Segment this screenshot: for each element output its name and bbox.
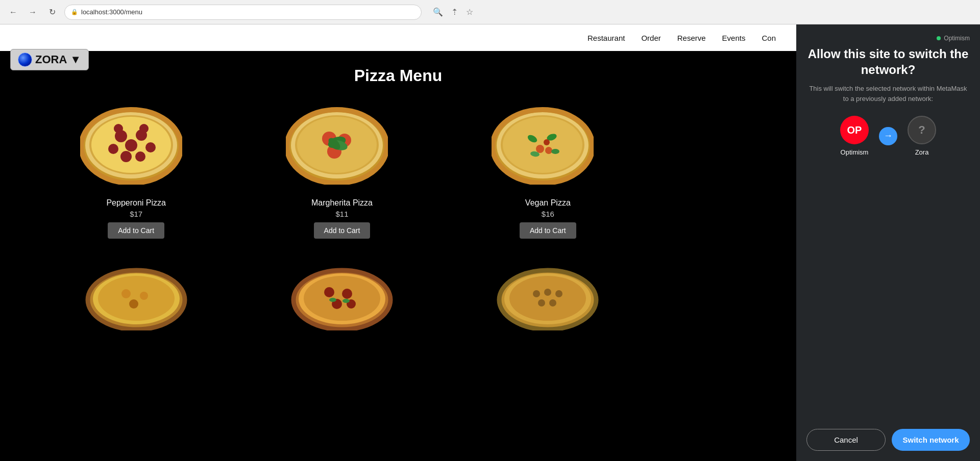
logo-sphere-icon [18, 53, 32, 67]
mm-status-label: Optimism [944, 35, 970, 42]
svg-point-39 [98, 276, 175, 321]
svg-point-52 [342, 299, 350, 303]
pizza-image-margherita [286, 100, 398, 192]
mm-zora-name: Zora [915, 148, 929, 156]
logo-text: ZORA [35, 53, 67, 66]
nav-reserve[interactable]: Reserve [677, 34, 706, 42]
browser-icons: 🔍 ⇡ ☆ [431, 6, 475, 18]
metamask-popup: Optimism Allow this site to switch the n… [796, 24, 980, 461]
pepperoni-name: Pepperoni Pizza [106, 198, 166, 208]
svg-point-11 [114, 124, 123, 133]
margherita-pizza-svg [286, 100, 388, 185]
browser-chrome: ← → ↻ 🔒 localhost:3000/menu 🔍 ⇡ ☆ [0, 0, 980, 24]
vegan-name: Vegan Pizza [525, 198, 571, 208]
pizza-grid-bottom [41, 259, 643, 330]
menu-title: Pizza Menu [41, 66, 755, 85]
svg-point-12 [139, 124, 149, 133]
vegan-price: $16 [542, 210, 554, 218]
bookmark-button[interactable]: ☆ [464, 6, 475, 18]
svg-point-9 [120, 151, 132, 162]
logo-dropdown-icon: ▼ [70, 53, 81, 66]
mm-to-network: ? Zora [908, 116, 936, 156]
vegan-add-to-cart[interactable]: Add to Cart [520, 222, 576, 239]
svg-point-40 [121, 289, 131, 298]
website-content: ZORA ▼ Restaurant Order Reserve Events C… [0, 24, 796, 461]
pepperoni-price: $17 [130, 210, 142, 218]
reload-button[interactable]: ↻ [45, 5, 59, 19]
lock-icon: 🔒 [71, 9, 78, 15]
pepperoni-pizza-svg [80, 100, 182, 185]
svg-point-47 [324, 287, 334, 297]
svg-point-60 [538, 299, 545, 306]
page-wrapper: ZORA ▼ Restaurant Order Reserve Events C… [0, 24, 980, 461]
pizza-bottom-2 [247, 259, 437, 330]
address-bar[interactable]: 🔒 localhost:3000/menu [64, 5, 422, 20]
menu-section: Pizza Menu [0, 51, 796, 346]
svg-point-56 [509, 276, 586, 321]
margherita-add-to-cart[interactable]: Add to Cart [314, 222, 371, 239]
mm-status: Optimism [937, 35, 970, 42]
svg-point-6 [125, 139, 137, 151]
margherita-price: $11 [335, 210, 348, 218]
pizza-image-vegan [492, 100, 604, 192]
share-button[interactable]: ⇡ [449, 6, 460, 18]
bottom-pizza-3-svg [497, 259, 599, 330]
svg-point-48 [342, 289, 352, 299]
nav-restaurant[interactable]: Restaurant [587, 34, 625, 42]
svg-point-46 [304, 276, 380, 321]
svg-point-42 [129, 299, 138, 309]
pizza-card-margherita: Margherita Pizza $11 Add to Cart [247, 100, 437, 239]
pizza-card-vegan: Vegan Pizza $16 Add to Cart [453, 100, 643, 239]
mm-switch-button[interactable]: Switch network [892, 429, 970, 451]
nav-order[interactable]: Order [641, 34, 660, 42]
mm-description: This will switch the selected network wi… [806, 84, 970, 104]
mm-optimism-name: Optimism [841, 148, 869, 156]
mm-from-network: OP Optimism [840, 116, 869, 156]
bottom-pizza-1-svg [85, 259, 187, 330]
svg-point-31 [536, 145, 544, 153]
margherita-name: Margherita Pizza [311, 198, 373, 208]
pizza-bottom-1 [41, 259, 231, 330]
svg-point-58 [544, 289, 551, 296]
svg-point-59 [555, 290, 562, 297]
logo-area: ZORA ▼ [10, 49, 89, 70]
svg-point-10 [135, 151, 145, 162]
svg-point-28 [503, 117, 582, 173]
url-text: localhost:3000/menu [81, 8, 142, 16]
pizza-image-pepperoni [80, 100, 192, 192]
svg-point-41 [140, 292, 148, 300]
forward-button[interactable]: → [26, 5, 40, 19]
mm-network-row: OP Optimism → ? Zora [806, 116, 970, 156]
pizza-card-pepperoni: Pepperoni Pizza $17 Add to Cart [41, 100, 231, 239]
nav-con[interactable]: Con [762, 34, 776, 42]
back-button[interactable]: ← [6, 5, 20, 19]
svg-point-51 [329, 298, 336, 302]
mm-buttons: Cancel Switch network [806, 429, 970, 451]
bottom-pizza-2-svg [291, 259, 393, 330]
mm-optimism-label: OP [847, 124, 862, 136]
pizza-bottom-3 [453, 259, 643, 330]
mm-zora-icon: ? [908, 116, 936, 144]
svg-point-7 [108, 144, 118, 154]
svg-point-34 [544, 139, 550, 145]
mm-zora-question: ? [918, 123, 925, 137]
vegan-pizza-svg [492, 100, 594, 185]
site-nav: ZORA ▼ Restaurant Order Reserve Events C… [0, 24, 796, 51]
mm-arrow-icon: → [879, 127, 897, 145]
mm-cancel-button[interactable]: Cancel [806, 429, 886, 451]
mm-title: Allow this site to switch the network? [806, 46, 970, 78]
svg-point-8 [145, 142, 156, 152]
svg-point-32 [545, 147, 552, 154]
nav-events[interactable]: Events [722, 34, 746, 42]
logo-button[interactable]: ZORA ▼ [10, 49, 89, 70]
mm-optimism-icon: OP [840, 116, 869, 144]
pizza-grid: Pepperoni Pizza $17 Add to Cart [41, 100, 643, 239]
mm-status-dot-icon [937, 36, 941, 40]
pepperoni-add-to-cart[interactable]: Add to Cart [108, 222, 164, 239]
zoom-button[interactable]: 🔍 [431, 6, 445, 18]
svg-point-57 [533, 290, 540, 297]
svg-point-35 [551, 149, 559, 154]
svg-point-61 [549, 299, 556, 306]
